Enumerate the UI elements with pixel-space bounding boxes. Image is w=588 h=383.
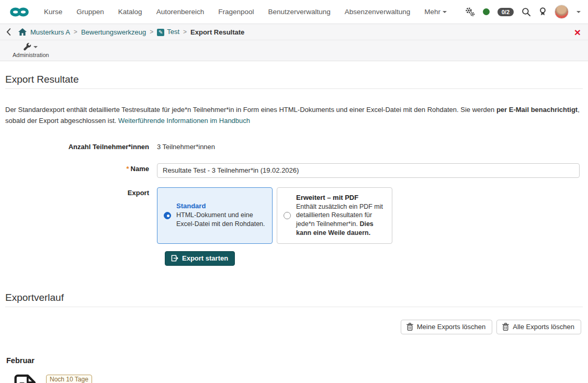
breadcrumb: Musterkurs A > Bewertungswerkzeug > ✎Tes… bbox=[0, 24, 588, 40]
infinity-logo-icon bbox=[8, 5, 30, 19]
option-erweitert-description: Enthält zusätzlich ein PDF mit detaillie… bbox=[296, 202, 386, 238]
nav-item-katalog[interactable]: Katalog bbox=[118, 8, 142, 16]
history-buttons: Meine Exports löschen Alle Exports lösch… bbox=[5, 320, 583, 334]
option-standard-title: Standard bbox=[176, 202, 266, 210]
openolat-logo[interactable] bbox=[8, 5, 30, 19]
export-start-button[interactable]: Export starten bbox=[165, 251, 235, 266]
trash-icon bbox=[406, 323, 413, 331]
user-avatar[interactable] bbox=[555, 5, 569, 19]
export-option-erweitert[interactable]: Erweitert – mit PDF Enthält zusätzlich e… bbox=[277, 187, 392, 244]
administration-label: Administration bbox=[13, 52, 49, 58]
nav-item-kurse[interactable]: Kurse bbox=[44, 8, 62, 16]
main-content: Export Resultate Der Standardexport enth… bbox=[0, 61, 588, 383]
export-type-label: Export bbox=[5, 187, 157, 197]
zip-file-icon bbox=[13, 374, 38, 383]
description-text: Der Standardexport enthält detaillierte … bbox=[5, 106, 496, 114]
breadcrumb-separator: > bbox=[150, 28, 153, 36]
delete-my-exports-button[interactable]: Meine Exports löschen bbox=[401, 320, 493, 334]
breadcrumb-tool-link[interactable]: Bewertungswerkzeug bbox=[81, 28, 146, 36]
name-label: *Name bbox=[5, 163, 157, 173]
month-group-label: Februar bbox=[5, 356, 583, 365]
radio-erweitert-unchecked[interactable] bbox=[284, 212, 291, 219]
export-icon bbox=[171, 254, 178, 262]
participants-value: 3 Teilnehmer*innen bbox=[157, 141, 215, 151]
nav-item-gruppen[interactable]: Gruppen bbox=[76, 8, 104, 16]
settings-gears-icon[interactable] bbox=[465, 7, 475, 17]
radio-standard-checked[interactable] bbox=[164, 212, 171, 219]
close-icon[interactable]: × bbox=[574, 27, 581, 38]
award-medal-icon[interactable] bbox=[539, 7, 547, 16]
delete-all-exports-button[interactable]: Alle Exports löschen bbox=[496, 320, 581, 334]
name-label-text: Name bbox=[131, 165, 149, 173]
breadcrumb-separator: > bbox=[183, 28, 187, 36]
delete-my-exports-label: Meine Exports löschen bbox=[417, 323, 486, 331]
expiry-badge: Noch 10 Tage bbox=[46, 375, 92, 383]
breadcrumb-test-label: Test bbox=[167, 28, 179, 36]
breadcrumb-separator: > bbox=[74, 28, 77, 36]
test-element-icon: ✎ bbox=[157, 29, 164, 36]
breadcrumb-current-page: Export Resultate bbox=[190, 28, 244, 36]
export-entry-row: Noch 10 Tage Resultate Test - 3 Teilnehm… bbox=[5, 374, 583, 383]
nav-mehr-label: Mehr bbox=[424, 8, 440, 16]
top-navbar: Kurse Gruppen Katalog Autorenbereich Fra… bbox=[0, 0, 588, 24]
chevron-down-icon bbox=[33, 46, 38, 48]
option-erweitert-title: Erweitert – mit PDF bbox=[296, 194, 386, 201]
export-entry-info: Noch 10 Tage Resultate Test - 3 Teilnehm… bbox=[46, 375, 225, 383]
trash-icon bbox=[502, 323, 509, 331]
export-description: Der Standardexport enthält detaillierte … bbox=[5, 105, 583, 127]
required-marker: * bbox=[127, 165, 129, 173]
chevron-down-icon bbox=[443, 11, 447, 13]
participants-row: Anzahl Teilnehmer*innen 3 Teilnehmer*inn… bbox=[5, 141, 583, 151]
nav-item-absenzenverwaltung[interactable]: Absenzenverwaltung bbox=[345, 8, 410, 16]
description-bold-text: per E-Mail benachrichtigt bbox=[496, 106, 578, 114]
administration-menu-button[interactable]: Administration bbox=[13, 43, 49, 58]
user-menu-chevron-down-icon[interactable] bbox=[576, 11, 581, 13]
manual-link[interactable]: Weiterführende Informationen im Handbuch bbox=[118, 117, 250, 125]
course-toolbar: Administration bbox=[0, 40, 588, 61]
search-icon[interactable] bbox=[522, 7, 531, 17]
participants-label: Anzahl Teilnehmer*innen bbox=[5, 141, 157, 151]
name-row: *Name bbox=[5, 163, 583, 178]
status-online-indicator[interactable] bbox=[483, 8, 490, 15]
nav-item-fragenpool[interactable]: Fragenpool bbox=[218, 8, 254, 16]
nav-item-mehr[interactable]: Mehr bbox=[424, 8, 447, 16]
home-icon[interactable] bbox=[18, 28, 27, 36]
option-standard-description: HTML-Dokument und eine Excel-Datei mit d… bbox=[176, 211, 266, 229]
export-start-label: Export starten bbox=[182, 254, 228, 262]
topbar-right-controls: 0/2 bbox=[465, 5, 581, 19]
breadcrumb-course-link[interactable]: Musterkurs A bbox=[30, 28, 70, 36]
page-title: Export Resultate bbox=[5, 61, 583, 89]
nav-item-autorenbereich[interactable]: Autorenbereich bbox=[156, 8, 205, 16]
history-title: Exportverlauf bbox=[5, 279, 583, 307]
submit-row: Export starten bbox=[165, 251, 583, 266]
breadcrumb-test-link[interactable]: ✎Test bbox=[157, 28, 179, 36]
wrench-icon bbox=[24, 43, 31, 51]
export-option-standard[interactable]: Standard HTML-Dokument und eine Excel-Da… bbox=[157, 187, 273, 244]
delete-all-exports-label: Alle Exports löschen bbox=[513, 323, 574, 331]
nav-item-benutzerverwaltung[interactable]: Benutzerverwaltung bbox=[268, 8, 331, 16]
export-type-options: Standard HTML-Dokument und eine Excel-Da… bbox=[157, 187, 392, 244]
back-button[interactable] bbox=[6, 28, 11, 36]
session-counter-badge[interactable]: 0/2 bbox=[497, 8, 514, 16]
export-type-row: Export Standard HTML-Dokument und eine E… bbox=[5, 187, 583, 244]
main-navigation: Kurse Gruppen Katalog Autorenbereich Fra… bbox=[44, 8, 447, 16]
export-name-input[interactable] bbox=[157, 163, 580, 178]
